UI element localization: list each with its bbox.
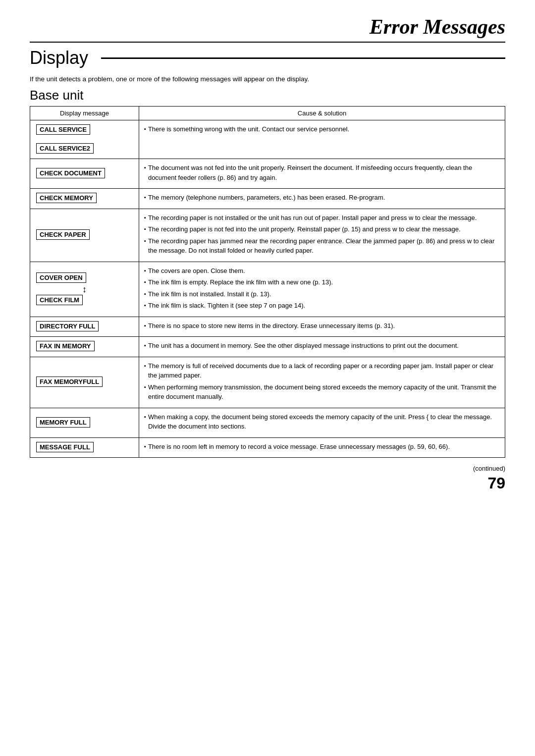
cause-line: ▪The document was not fed into the unit … [144,163,500,182]
cause-line: ▪The memory is full of received document… [144,361,500,380]
cause-cell-0: ▪There is something wrong with the unit.… [139,120,505,159]
bullet-icon: ▪ [144,163,146,172]
cause-line: ▪The recording paper is not installed or… [144,213,500,223]
message-label: CHECK MEMORY [36,193,97,203]
message-cell-2: CHECK MEMORY [30,189,139,209]
bullet-icon: ▪ [144,413,146,421]
col1-header: Display message [30,107,139,120]
cause-line: ▪When making a copy, the document being … [144,412,500,432]
cause-text: There is no space to store new items in … [148,321,395,331]
bullet-icon: ▪ [144,278,146,286]
section-title: Display [30,48,505,68]
message-cell-6: FAX IN MEMORY [30,337,139,357]
message-cell-1: CHECK DOCUMENT [30,159,139,189]
cause-text: There is no room left in memory to recor… [148,442,450,452]
cause-text: The ink film is not installed. Install i… [148,289,271,299]
cause-line: ▪There is no room left in memory to reco… [144,442,500,452]
cause-cell-9: ▪There is no room left in memory to reco… [139,437,505,458]
cause-line: ▪The recording paper is not fed into the… [144,224,500,234]
message-label: MEMORY FULL [36,417,90,428]
cause-cell-1: ▪The document was not fed into the unit … [139,159,505,189]
message-cell-4: COVER OPEN↕CHECK FILM [30,262,139,317]
cause-line: ▪The ink film is not installed. Install … [144,289,500,299]
cause-text: The covers are open. Close them. [148,266,245,276]
arrow-icon: ↕ [36,285,133,294]
message-cell-7: FAX MEMORYFULL [30,357,139,408]
message-label: CALL SERVICE2 [36,143,94,154]
message-cell-5: DIRECTORY FULL [30,317,139,337]
message-label: CALL SERVICE [36,124,90,135]
cause-cell-7: ▪The memory is full of received document… [139,357,505,408]
cause-text: The ink film is slack. Tighten it (see s… [148,301,305,311]
error-messages-table: Display message Cause & solution CALL SE… [30,106,505,458]
cause-cell-8: ▪When making a copy, the document being … [139,408,505,437]
cause-text: When performing memory transmission, the… [148,382,500,402]
cause-text: The ink film is empty. Replace the ink f… [148,277,333,287]
cause-text: The recording paper is not installed or … [148,213,477,223]
cause-line: ▪When performing memory transmission, th… [144,382,500,402]
cause-line: ▪The ink film is slack. Tighten it (see … [144,301,500,311]
col2-header: Cause & solution [139,107,505,120]
message-label: CHECK PAPER [36,229,90,240]
cause-text: The memory is full of received documents… [148,361,500,380]
cause-cell-4: ▪The covers are open. Close them.▪The in… [139,262,505,317]
cause-line: ▪The ink film is empty. Replace the ink … [144,277,500,287]
message-label: CHECK FILM [36,295,83,305]
cause-cell-2: ▪The memory (telephone numbers, paramete… [139,189,505,209]
bullet-icon: ▪ [144,267,146,275]
cause-text: The unit has a document in memory. See t… [148,341,459,351]
cause-line: ▪The memory (telephone numbers, paramete… [144,193,500,203]
cause-text: The memory (telephone numbers, parameter… [148,193,385,203]
message-cell-8: MEMORY FULL [30,408,139,437]
cause-cell-6: ▪The unit has a document in memory. See … [139,337,505,357]
bullet-icon: ▪ [144,237,146,245]
cause-text: There is something wrong with the unit. … [148,124,349,134]
bullet-icon: ▪ [144,214,146,222]
message-label: DIRECTORY FULL [36,321,99,331]
cause-line: ▪There is something wrong with the unit.… [144,124,500,134]
bullet-icon: ▪ [144,125,146,133]
message-label: COVER OPEN [36,272,86,283]
intro-text: If the unit detects a problem, one or mo… [30,75,505,83]
cause-line: ▪The recording paper has jammed near the… [144,236,500,256]
bullet-icon: ▪ [144,383,146,391]
bullet-icon: ▪ [144,225,146,233]
bullet-icon: ▪ [144,290,146,298]
cause-line: ▪The covers are open. Close them. [144,266,500,276]
page-number: 79 [473,474,505,492]
cause-cell-5: ▪There is no space to store new items in… [139,317,505,337]
message-label: FAX MEMORYFULL [36,377,103,387]
bullet-icon: ▪ [144,193,146,202]
bullet-icon: ▪ [144,301,146,310]
bullet-icon: ▪ [144,322,146,330]
message-label: MESSAGE FULL [36,442,94,452]
cause-text: The document was not fed into the unit p… [148,163,500,182]
subsection-title: Base unit [30,88,505,103]
cause-text: The recording paper is not fed into the … [148,224,461,234]
message-label: FAX IN MEMORY [36,341,95,351]
message-cell-0: CALL SERVICECALL SERVICE2 [30,120,139,159]
cause-line: ▪The unit has a document in memory. See … [144,341,500,351]
bullet-icon: ▪ [144,341,146,350]
header-title: Error Messages [30,15,505,43]
cause-text: The recording paper has jammed near the … [148,236,500,256]
cause-line: ▪There is no space to store new items in… [144,321,500,331]
cause-cell-3: ▪The recording paper is not installed or… [139,209,505,262]
bullet-icon: ▪ [144,442,146,451]
message-cell-9: MESSAGE FULL [30,437,139,458]
cause-text: When making a copy, the document being s… [148,412,500,432]
bullet-icon: ▪ [144,362,146,370]
message-label: CHECK DOCUMENT [36,168,105,178]
continued-text: (continued) [473,465,505,472]
message-cell-3: CHECK PAPER [30,209,139,262]
